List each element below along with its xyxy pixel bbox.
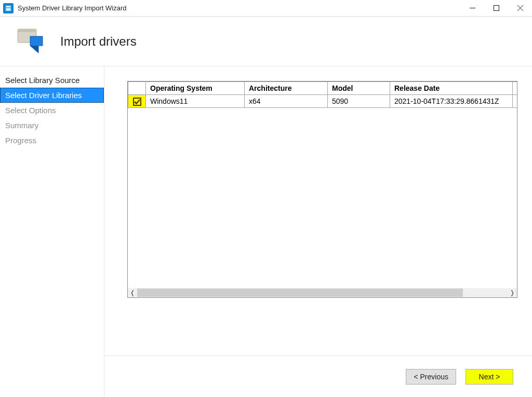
cell-model: 5090 [328, 95, 390, 108]
import-icon [15, 25, 48, 58]
scroll-track[interactable] [137, 288, 508, 297]
previous-button[interactable]: < Previous [406, 369, 456, 385]
minimize-button[interactable] [460, 0, 484, 17]
column-header-release[interactable]: Release Date [390, 82, 513, 95]
row-checkbox-cell[interactable] [128, 95, 146, 108]
wizard-footer: < Previous Next > [104, 355, 532, 397]
cell-os: Windows11 [146, 95, 245, 108]
driver-libraries-grid[interactable]: Operating System Architecture Model Rele… [127, 81, 517, 298]
wizard-steps-sidebar: Select Library Source Select Driver Libr… [0, 66, 104, 397]
column-header-version[interactable]: Ve [513, 82, 517, 95]
column-header-arch[interactable]: Architecture [245, 82, 328, 95]
step-select-options[interactable]: Select Options [0, 103, 104, 118]
step-select-library-source[interactable]: Select Library Source [0, 73, 104, 88]
table-header-row: Operating System Architecture Model Rele… [128, 82, 517, 95]
close-button[interactable] [508, 0, 532, 17]
wizard-banner: Import drivers [0, 17, 532, 66]
cell-version: A0 [513, 95, 517, 108]
page-heading: Import drivers [60, 34, 137, 49]
horizontal-scrollbar[interactable]: ❬ ❭ [128, 288, 517, 297]
scroll-thumb[interactable] [137, 289, 463, 297]
svg-rect-4 [494, 6, 499, 11]
step-select-driver-libraries[interactable]: Select Driver Libraries [0, 88, 104, 103]
cell-arch: x64 [245, 95, 328, 108]
column-header-os[interactable]: Operating System [146, 82, 245, 95]
cell-release: 2021-10-04T17:33:29.8661431Z [390, 95, 513, 108]
next-button[interactable]: Next > [466, 369, 513, 385]
window-title: System Driver Library Import Wizard [18, 4, 126, 12]
step-progress[interactable]: Progress [0, 133, 104, 148]
svg-rect-1 [6, 6, 11, 7]
column-header-checkbox[interactable] [128, 82, 146, 95]
svg-rect-8 [18, 29, 36, 32]
step-summary[interactable]: Summary [0, 118, 104, 133]
scroll-left-icon[interactable]: ❬ [128, 288, 137, 297]
column-header-model[interactable]: Model [328, 82, 390, 95]
table-row[interactable]: Windows11 x64 5090 2021-10-04T17:33:29.8… [128, 95, 517, 108]
scroll-right-icon[interactable]: ❭ [508, 288, 517, 297]
app-icon [3, 3, 14, 13]
checkbox-checked-icon[interactable] [133, 98, 141, 106]
title-bar: System Driver Library Import Wizard [0, 0, 532, 17]
maximize-button[interactable] [484, 0, 508, 17]
svg-rect-2 [6, 8, 11, 10]
